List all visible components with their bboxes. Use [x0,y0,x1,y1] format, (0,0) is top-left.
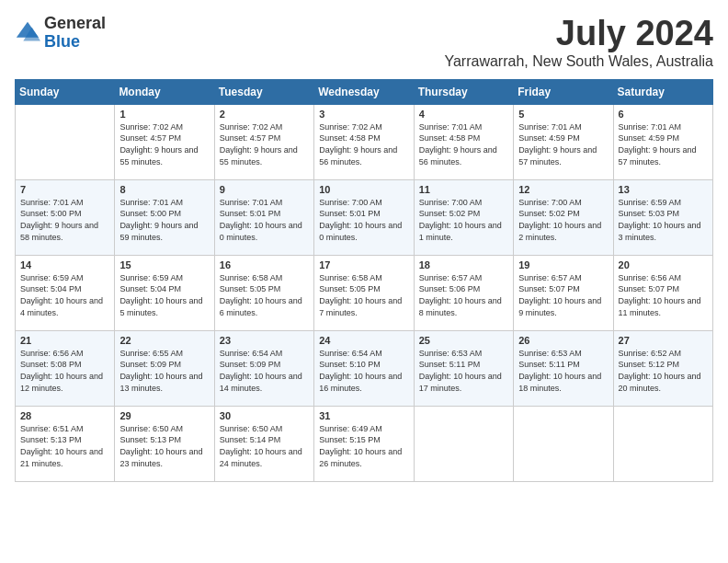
header-cell-saturday: Saturday [613,79,712,104]
day-cell: 16Sunrise: 6:58 AMSunset: 5:05 PMDayligh… [214,255,313,330]
day-info: Sunrise: 6:58 AMSunset: 5:05 PMDaylight:… [319,272,408,318]
day-info: Sunrise: 6:54 AMSunset: 5:09 PMDaylight:… [220,348,309,394]
day-cell: 18Sunrise: 6:57 AMSunset: 5:06 PMDayligh… [414,255,513,330]
header-row: SundayMondayTuesdayWednesdayThursdayFrid… [16,79,713,104]
day-number: 29 [119,410,209,421]
day-number: 10 [319,184,408,195]
day-cell: 4Sunrise: 7:01 AMSunset: 4:58 PMDaylight… [414,104,513,179]
day-number: 20 [619,259,708,270]
day-info: Sunrise: 6:55 AMSunset: 5:09 PMDaylight:… [119,348,209,394]
day-number: 13 [619,184,708,195]
day-cell: 2Sunrise: 7:02 AMSunset: 4:57 PMDaylight… [214,104,313,179]
day-info: Sunrise: 7:01 AMSunset: 4:59 PMDaylight:… [619,121,708,167]
day-info: Sunrise: 6:59 AMSunset: 5:04 PMDaylight:… [20,272,109,318]
day-cell [514,406,613,481]
day-info: Sunrise: 6:50 AMSunset: 5:14 PMDaylight:… [220,423,309,469]
day-cell: 7Sunrise: 7:01 AMSunset: 5:00 PMDaylight… [16,179,115,255]
day-cell: 13Sunrise: 6:59 AMSunset: 5:03 PMDayligh… [613,179,712,255]
day-info: Sunrise: 6:49 AMSunset: 5:15 PMDaylight:… [319,423,408,469]
day-info: Sunrise: 7:00 AMSunset: 5:01 PMDaylight:… [319,197,408,243]
title-block: July 2024 Yarrawarrah, New South Wales, … [444,15,713,70]
day-cell: 24Sunrise: 6:54 AMSunset: 5:10 PMDayligh… [314,330,414,406]
day-number: 15 [119,259,209,270]
day-cell: 15Sunrise: 6:59 AMSunset: 5:04 PMDayligh… [115,255,214,330]
day-number: 1 [119,109,209,120]
day-number: 7 [20,184,109,195]
day-number: 5 [518,109,608,120]
day-cell: 27Sunrise: 6:52 AMSunset: 5:12 PMDayligh… [613,330,712,406]
day-number: 25 [419,335,508,346]
day-number: 21 [20,335,109,346]
month-title: July 2024 [444,15,713,53]
day-cell: 10Sunrise: 7:00 AMSunset: 5:01 PMDayligh… [314,179,414,255]
day-number: 24 [319,335,408,346]
logo: General Blue [15,15,106,52]
day-cell: 26Sunrise: 6:53 AMSunset: 5:11 PMDayligh… [514,330,613,406]
day-cell: 11Sunrise: 7:00 AMSunset: 5:02 PMDayligh… [414,179,513,255]
day-info: Sunrise: 6:51 AMSunset: 5:13 PMDaylight:… [20,423,109,469]
day-info: Sunrise: 7:01 AMSunset: 4:58 PMDaylight:… [419,121,508,167]
day-info: Sunrise: 6:53 AMSunset: 5:11 PMDaylight:… [518,348,608,394]
day-cell: 12Sunrise: 7:00 AMSunset: 5:02 PMDayligh… [514,179,613,255]
day-info: Sunrise: 7:02 AMSunset: 4:57 PMDaylight:… [220,121,309,167]
day-number: 14 [20,259,109,270]
day-info: Sunrise: 6:56 AMSunset: 5:07 PMDaylight:… [619,272,708,318]
location-title: Yarrawarrah, New South Wales, Australia [444,53,713,70]
logo-icon [15,20,40,46]
day-number: 28 [20,410,109,421]
day-number: 11 [419,184,508,195]
day-info: Sunrise: 7:02 AMSunset: 4:58 PMDaylight:… [319,121,408,167]
day-number: 27 [619,335,708,346]
day-cell: 30Sunrise: 6:50 AMSunset: 5:14 PMDayligh… [214,406,313,481]
day-cell: 8Sunrise: 7:01 AMSunset: 5:00 PMDaylight… [115,179,214,255]
day-info: Sunrise: 7:00 AMSunset: 5:02 PMDaylight:… [518,197,608,243]
day-cell: 22Sunrise: 6:55 AMSunset: 5:09 PMDayligh… [115,330,214,406]
day-cell: 23Sunrise: 6:54 AMSunset: 5:09 PMDayligh… [214,330,313,406]
day-cell: 5Sunrise: 7:01 AMSunset: 4:59 PMDaylight… [514,104,613,179]
day-number: 8 [119,184,209,195]
logo-blue: Blue [44,33,106,52]
day-number: 30 [220,410,309,421]
day-info: Sunrise: 6:59 AMSunset: 5:03 PMDaylight:… [619,197,708,243]
header-cell-wednesday: Wednesday [314,79,414,104]
day-info: Sunrise: 6:56 AMSunset: 5:08 PMDaylight:… [20,348,109,394]
day-info: Sunrise: 6:57 AMSunset: 5:06 PMDaylight:… [419,272,508,318]
day-info: Sunrise: 7:02 AMSunset: 4:57 PMDaylight:… [119,121,209,167]
day-cell: 9Sunrise: 7:01 AMSunset: 5:01 PMDaylight… [214,179,313,255]
day-info: Sunrise: 6:59 AMSunset: 5:04 PMDaylight:… [119,272,209,318]
day-cell: 17Sunrise: 6:58 AMSunset: 5:05 PMDayligh… [314,255,414,330]
day-info: Sunrise: 6:52 AMSunset: 5:12 PMDaylight:… [619,348,708,394]
day-cell: 1Sunrise: 7:02 AMSunset: 4:57 PMDaylight… [115,104,214,179]
day-cell: 19Sunrise: 6:57 AMSunset: 5:07 PMDayligh… [514,255,613,330]
day-info: Sunrise: 7:01 AMSunset: 5:01 PMDaylight:… [220,197,309,243]
week-row-1: 1Sunrise: 7:02 AMSunset: 4:57 PMDaylight… [16,104,713,179]
week-row-5: 28Sunrise: 6:51 AMSunset: 5:13 PMDayligh… [16,406,713,481]
day-info: Sunrise: 7:01 AMSunset: 5:00 PMDaylight:… [119,197,209,243]
day-cell: 6Sunrise: 7:01 AMSunset: 4:59 PMDaylight… [613,104,712,179]
calendar-table: SundayMondayTuesdayWednesdayThursdayFrid… [15,79,713,482]
day-cell: 31Sunrise: 6:49 AMSunset: 5:15 PMDayligh… [314,406,414,481]
day-number: 2 [220,109,309,120]
day-info: Sunrise: 7:00 AMSunset: 5:02 PMDaylight:… [419,197,508,243]
header-cell-tuesday: Tuesday [214,79,313,104]
day-number: 19 [518,259,608,270]
page-header: General Blue July 2024 Yarrawarrah, New … [15,15,713,70]
day-cell: 28Sunrise: 6:51 AMSunset: 5:13 PMDayligh… [16,406,115,481]
week-row-4: 21Sunrise: 6:56 AMSunset: 5:08 PMDayligh… [16,330,713,406]
day-number: 6 [619,109,708,120]
header-cell-friday: Friday [514,79,613,104]
day-number: 16 [220,259,309,270]
day-info: Sunrise: 6:54 AMSunset: 5:10 PMDaylight:… [319,348,408,394]
day-cell: 29Sunrise: 6:50 AMSunset: 5:13 PMDayligh… [115,406,214,481]
day-cell: 25Sunrise: 6:53 AMSunset: 5:11 PMDayligh… [414,330,513,406]
logo-text: General Blue [44,15,106,52]
day-number: 12 [518,184,608,195]
day-cell: 14Sunrise: 6:59 AMSunset: 5:04 PMDayligh… [16,255,115,330]
header-cell-thursday: Thursday [414,79,513,104]
day-info: Sunrise: 6:58 AMSunset: 5:05 PMDaylight:… [220,272,309,318]
day-cell: 3Sunrise: 7:02 AMSunset: 4:58 PMDaylight… [314,104,414,179]
day-number: 22 [119,335,209,346]
day-number: 18 [419,259,508,270]
day-number: 3 [319,109,408,120]
day-number: 31 [319,410,408,421]
